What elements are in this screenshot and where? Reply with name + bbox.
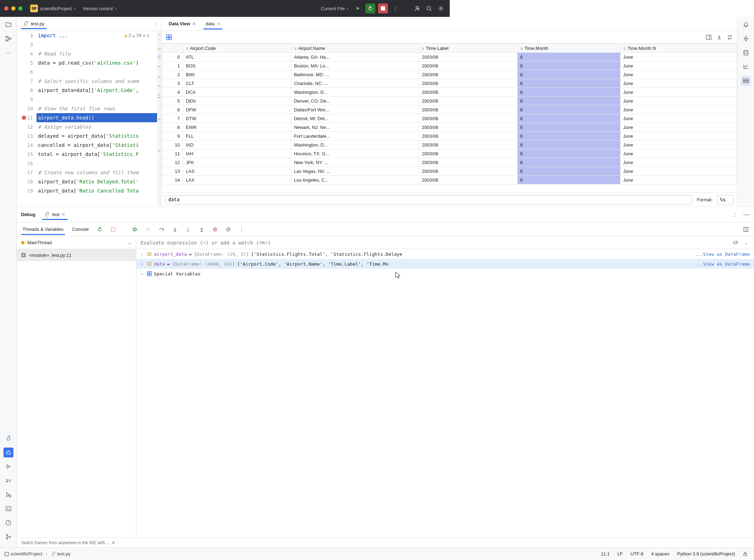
pause-icon[interactable] (144, 226, 152, 233)
editor-tab-menu-icon[interactable]: ⋮ (154, 21, 158, 26)
special-variables-row[interactable]: › Special Variables (136, 269, 450, 279)
dataframe-table[interactable]: ⇅Airport.Code⇅Airport.Name⇅Time.Label⇅Ti… (162, 44, 450, 184)
svg-rect-29 (22, 254, 25, 256)
svg-rect-30 (148, 253, 151, 255)
rerun-debug-button[interactable] (365, 4, 375, 13)
debug-body: MainThread ⌄ <module>, test.py:11 ⌄ › ai… (17, 236, 450, 334)
editor-error-stripe[interactable] (157, 31, 161, 207)
minimize-window-button[interactable] (11, 6, 15, 11)
mute-breakpoints-icon[interactable] (225, 226, 232, 233)
project-selector[interactable]: SP scientificProject ▾ (28, 3, 78, 14)
close-icon[interactable]: ✕ (61, 212, 65, 217)
debug-config-tab[interactable]: test ✕ (41, 210, 69, 220)
python-file-icon (23, 21, 29, 27)
step-into-icon[interactable] (171, 226, 179, 233)
step-over-icon[interactable] (158, 226, 165, 233)
mouse-cursor (395, 271, 401, 279)
svg-rect-33 (150, 272, 151, 273)
svg-rect-0 (381, 6, 385, 11)
debug-more-icon[interactable]: ⋮ (238, 226, 246, 233)
resume-icon[interactable] (131, 226, 139, 233)
chevron-down-icon: ▾ (115, 7, 117, 10)
search-icon[interactable] (424, 4, 434, 13)
editor-code[interactable]: import ...# Read filedata = pd.read_csv(… (37, 31, 161, 207)
dataview-title-tab[interactable]: Data View ✕ (164, 18, 200, 29)
svg-rect-21 (169, 38, 171, 40)
svg-rect-32 (147, 272, 149, 273)
step-out-icon[interactable] (198, 226, 206, 233)
step-into-my-code-icon[interactable] (184, 226, 192, 233)
evaluate-expression-input[interactable] (141, 240, 450, 246)
svg-point-3 (440, 8, 442, 9)
chevron-down-icon: ⌄ (128, 240, 132, 245)
warning-icon: ▲ (124, 33, 127, 38)
thread-selector[interactable]: MainThread ⌄ (17, 236, 136, 249)
svg-point-2 (427, 6, 430, 10)
code-with-me-icon[interactable] (412, 4, 422, 13)
close-window-button[interactable] (4, 6, 8, 11)
dataview-footer: Format: (162, 193, 450, 207)
dataview-data-tab[interactable]: data ✕ (201, 18, 224, 29)
window-controls (4, 6, 22, 11)
left-tool-rail: ⋯ (0, 17, 17, 334)
variable-row[interactable]: › airport_data = {DataFrame: (29, 3)} ['… (136, 249, 450, 259)
stack-frame[interactable]: <module>, test.py:11 (17, 249, 136, 261)
svg-rect-34 (147, 274, 149, 276)
stop-debug-icon[interactable] (109, 226, 117, 233)
dataview-pane: Data View ✕ data ✕ ⇅Airport.Code⇅Airport… (162, 17, 450, 207)
more-tools-icon[interactable]: ⋯ (4, 48, 13, 58)
threads-variables-tab[interactable]: Threads & Variables (21, 224, 65, 235)
svg-rect-5 (6, 40, 7, 41)
evaluate-row: ⌄ (136, 236, 450, 249)
frames-column: MainThread ⌄ <module>, test.py:11 (17, 236, 136, 334)
svg-rect-20 (167, 38, 169, 40)
svg-rect-31 (148, 262, 151, 265)
svg-rect-23 (111, 227, 115, 232)
python-icon (44, 212, 50, 217)
more-actions-button[interactable]: ⋮ (391, 4, 400, 13)
titlebar: SP scientificProject ▾ Version control ▾… (0, 0, 450, 17)
maximize-window-button[interactable] (18, 6, 22, 11)
dataframe-table-wrap[interactable]: ⇅Airport.Code⇅Airport.Name⇅Time.Label⇅Ti… (162, 44, 450, 193)
editor-gutter[interactable]: 1▸345678910111213141516171819 (17, 31, 37, 207)
close-icon[interactable]: ✕ (217, 21, 220, 26)
dataview-toolbar (162, 31, 450, 44)
console-tab[interactable]: Console (71, 224, 90, 235)
editor-tab[interactable]: test.py (20, 19, 48, 29)
run-button[interactable] (353, 4, 363, 13)
debug-title: Debug (21, 212, 35, 217)
expand-icon[interactable]: › (141, 271, 145, 276)
main-area: test.py ⋮ ▲3 ▲34 ∧ ∨ 1▸34567891011121314… (17, 17, 450, 207)
inspection-widget[interactable]: ▲3 ▲34 ∧ ∨ (124, 33, 149, 38)
editor-pane: test.py ⋮ ▲3 ▲34 ∧ ∨ 1▸34567891011121314… (17, 17, 162, 207)
rerun-icon[interactable] (96, 226, 104, 233)
debug-tabs: Threads & Variables Console ⋮ (17, 222, 450, 236)
vcs-menu[interactable]: Version control ▾ (80, 5, 119, 13)
dataview-expression-input[interactable] (165, 195, 450, 204)
chevron-down-icon: ▾ (74, 7, 76, 10)
weak-warning-icon: ▲ (132, 33, 135, 38)
svg-rect-18 (167, 35, 169, 37)
editor-body[interactable]: ▲3 ▲34 ∧ ∨ 1▸345678910111213141516171819… (17, 31, 161, 207)
stop-button[interactable] (378, 4, 388, 13)
project-tool-icon[interactable] (4, 20, 13, 30)
thread-status-icon (21, 241, 25, 245)
project-badge: SP (30, 5, 38, 12)
next-highlight-icon[interactable]: ∨ (147, 33, 149, 38)
project-name: scientificProject (40, 6, 72, 11)
chevron-down-icon: ▾ (347, 7, 349, 10)
svg-point-1 (416, 6, 418, 8)
editor-tab-label: test.py (31, 21, 44, 26)
svg-point-25 (214, 229, 216, 230)
close-icon[interactable]: ✕ (192, 21, 196, 26)
variable-row[interactable]: › data = {DataFrame: (4408, 24)} ['Airpo… (136, 259, 450, 269)
debug-panel: Debug test ✕ ⋮ — Threads & Variables Con… (17, 207, 450, 334)
table-view-icon[interactable] (165, 33, 173, 41)
variables-column: ⌄ › airport_data = {DataFrame: (29, 3)} … (136, 236, 450, 334)
run-config-selector[interactable]: Current File ▾ (319, 5, 351, 13)
structure-tool-icon[interactable] (4, 34, 13, 44)
settings-icon[interactable] (436, 4, 446, 13)
prev-highlight-icon[interactable]: ∧ (143, 33, 145, 38)
view-breakpoints-icon[interactable] (211, 226, 219, 233)
group-icon (147, 271, 152, 276)
